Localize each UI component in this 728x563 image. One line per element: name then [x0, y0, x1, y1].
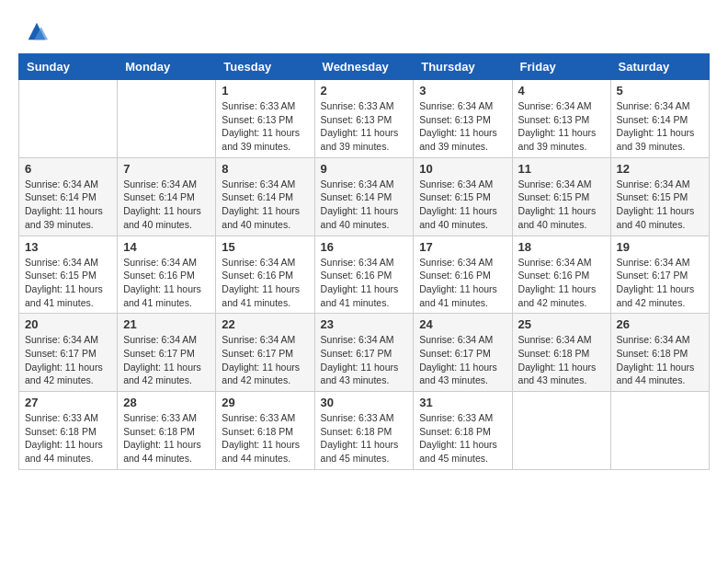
- calendar-cell: [118, 80, 216, 158]
- day-number: 12: [617, 162, 703, 176]
- calendar-cell: 2Sunrise: 6:33 AM Sunset: 6:13 PM Daylig…: [314, 80, 414, 158]
- day-number: 4: [518, 84, 605, 98]
- day-info: Sunrise: 6:34 AM Sunset: 6:17 PM Dayligh…: [222, 333, 308, 387]
- calendar-cell: 14Sunrise: 6:34 AM Sunset: 6:16 PM Dayli…: [118, 236, 216, 314]
- day-info: Sunrise: 6:34 AM Sunset: 6:17 PM Dayligh…: [123, 333, 210, 387]
- day-number: 29: [222, 396, 308, 409]
- day-number: 20: [25, 317, 111, 331]
- day-number: 21: [123, 317, 210, 331]
- day-info: Sunrise: 6:34 AM Sunset: 6:16 PM Dayligh…: [222, 256, 308, 310]
- day-info: Sunrise: 6:34 AM Sunset: 6:17 PM Dayligh…: [419, 333, 506, 387]
- calendar-cell: 10Sunrise: 6:34 AM Sunset: 6:15 PM Dayli…: [414, 157, 512, 236]
- calendar-cell: 13Sunrise: 6:34 AM Sunset: 6:15 PM Dayli…: [19, 236, 118, 314]
- calendar-cell: 31Sunrise: 6:33 AM Sunset: 6:18 PM Dayli…: [414, 392, 512, 470]
- calendar-cell: [19, 80, 118, 158]
- column-header-thursday: Thursday: [414, 54, 512, 80]
- day-number: 13: [25, 240, 111, 254]
- calendar-cell: 3Sunrise: 6:34 AM Sunset: 6:13 PM Daylig…: [414, 80, 512, 158]
- day-info: Sunrise: 6:34 AM Sunset: 6:16 PM Dayligh…: [518, 256, 605, 310]
- calendar-cell: 27Sunrise: 6:33 AM Sunset: 6:18 PM Dayli…: [19, 392, 118, 470]
- day-number: 11: [518, 162, 605, 176]
- day-info: Sunrise: 6:34 AM Sunset: 6:17 PM Dayligh…: [617, 256, 703, 310]
- day-info: Sunrise: 6:34 AM Sunset: 6:14 PM Dayligh…: [222, 178, 308, 232]
- day-info: Sunrise: 6:34 AM Sunset: 6:17 PM Dayligh…: [321, 333, 408, 387]
- day-number: 2: [321, 84, 408, 98]
- day-number: 8: [222, 162, 308, 176]
- day-number: 18: [518, 240, 605, 254]
- column-header-saturday: Saturday: [610, 54, 709, 80]
- day-info: Sunrise: 6:33 AM Sunset: 6:13 PM Dayligh…: [222, 99, 308, 154]
- day-info: Sunrise: 6:34 AM Sunset: 6:14 PM Dayligh…: [617, 99, 703, 154]
- day-info: Sunrise: 6:34 AM Sunset: 6:18 PM Dayligh…: [518, 333, 605, 387]
- day-number: 14: [123, 240, 210, 254]
- day-number: 22: [222, 317, 308, 331]
- calendar-cell: 9Sunrise: 6:34 AM Sunset: 6:14 PM Daylig…: [314, 157, 414, 236]
- day-info: Sunrise: 6:34 AM Sunset: 6:15 PM Dayligh…: [419, 178, 506, 232]
- day-info: Sunrise: 6:34 AM Sunset: 6:17 PM Dayligh…: [25, 333, 111, 387]
- calendar-cell: 6Sunrise: 6:34 AM Sunset: 6:14 PM Daylig…: [19, 157, 118, 236]
- day-info: Sunrise: 6:34 AM Sunset: 6:18 PM Dayligh…: [617, 333, 703, 387]
- day-number: 26: [617, 317, 703, 331]
- day-number: 15: [222, 240, 308, 254]
- day-info: Sunrise: 6:34 AM Sunset: 6:13 PM Dayligh…: [518, 99, 605, 154]
- day-number: 27: [25, 396, 111, 409]
- column-header-friday: Friday: [512, 54, 610, 80]
- logo: [18, 18, 50, 44]
- column-header-monday: Monday: [118, 54, 216, 80]
- calendar-week-row: 13Sunrise: 6:34 AM Sunset: 6:15 PM Dayli…: [19, 236, 710, 314]
- calendar-week-row: 6Sunrise: 6:34 AM Sunset: 6:14 PM Daylig…: [19, 157, 710, 236]
- header: [18, 18, 710, 44]
- day-number: 7: [123, 162, 210, 176]
- day-info: Sunrise: 6:33 AM Sunset: 6:18 PM Dayligh…: [222, 411, 308, 465]
- day-info: Sunrise: 6:33 AM Sunset: 6:13 PM Dayligh…: [321, 99, 408, 154]
- calendar-cell: 22Sunrise: 6:34 AM Sunset: 6:17 PM Dayli…: [216, 314, 314, 392]
- logo-icon: [24, 18, 50, 44]
- column-header-wednesday: Wednesday: [314, 54, 414, 80]
- day-number: 17: [419, 240, 506, 254]
- day-info: Sunrise: 6:34 AM Sunset: 6:16 PM Dayligh…: [321, 256, 408, 310]
- day-number: 10: [419, 162, 506, 176]
- day-number: 3: [419, 84, 506, 98]
- day-info: Sunrise: 6:34 AM Sunset: 6:15 PM Dayligh…: [617, 178, 703, 232]
- calendar-cell: 24Sunrise: 6:34 AM Sunset: 6:17 PM Dayli…: [414, 314, 512, 392]
- calendar-cell: 19Sunrise: 6:34 AM Sunset: 6:17 PM Dayli…: [610, 236, 709, 314]
- calendar-cell: 12Sunrise: 6:34 AM Sunset: 6:15 PM Dayli…: [610, 157, 709, 236]
- calendar-week-row: 1Sunrise: 6:33 AM Sunset: 6:13 PM Daylig…: [19, 80, 710, 158]
- calendar-cell: 16Sunrise: 6:34 AM Sunset: 6:16 PM Dayli…: [314, 236, 414, 314]
- calendar-cell: 21Sunrise: 6:34 AM Sunset: 6:17 PM Dayli…: [118, 314, 216, 392]
- calendar-cell: 20Sunrise: 6:34 AM Sunset: 6:17 PM Dayli…: [19, 314, 118, 392]
- day-info: Sunrise: 6:33 AM Sunset: 6:18 PM Dayligh…: [25, 411, 111, 465]
- calendar-week-row: 20Sunrise: 6:34 AM Sunset: 6:17 PM Dayli…: [19, 314, 710, 392]
- day-number: 23: [321, 317, 408, 331]
- day-number: 31: [419, 396, 506, 409]
- calendar-cell: 5Sunrise: 6:34 AM Sunset: 6:14 PM Daylig…: [610, 80, 709, 158]
- day-number: 30: [321, 396, 408, 409]
- calendar-cell: 25Sunrise: 6:34 AM Sunset: 6:18 PM Dayli…: [512, 314, 610, 392]
- day-number: 6: [25, 162, 111, 176]
- day-info: Sunrise: 6:33 AM Sunset: 6:18 PM Dayligh…: [419, 411, 506, 465]
- day-number: 9: [321, 162, 408, 176]
- calendar-cell: 4Sunrise: 6:34 AM Sunset: 6:13 PM Daylig…: [512, 80, 610, 158]
- calendar-cell: 7Sunrise: 6:34 AM Sunset: 6:14 PM Daylig…: [118, 157, 216, 236]
- calendar-cell: 28Sunrise: 6:33 AM Sunset: 6:18 PM Dayli…: [118, 392, 216, 470]
- day-number: 28: [123, 396, 210, 409]
- column-header-tuesday: Tuesday: [216, 54, 314, 80]
- day-info: Sunrise: 6:33 AM Sunset: 6:18 PM Dayligh…: [123, 411, 210, 465]
- column-header-sunday: Sunday: [19, 54, 118, 80]
- calendar-table: SundayMondayTuesdayWednesdayThursdayFrid…: [18, 53, 710, 470]
- day-info: Sunrise: 6:34 AM Sunset: 6:16 PM Dayligh…: [419, 256, 506, 310]
- calendar-header-row: SundayMondayTuesdayWednesdayThursdayFrid…: [19, 54, 710, 80]
- day-number: 24: [419, 317, 506, 331]
- day-number: 5: [617, 84, 703, 98]
- day-info: Sunrise: 6:34 AM Sunset: 6:15 PM Dayligh…: [25, 256, 111, 310]
- day-number: 19: [617, 240, 703, 254]
- calendar-cell: 29Sunrise: 6:33 AM Sunset: 6:18 PM Dayli…: [216, 392, 314, 470]
- calendar-cell: 11Sunrise: 6:34 AM Sunset: 6:15 PM Dayli…: [512, 157, 610, 236]
- calendar-cell: 30Sunrise: 6:33 AM Sunset: 6:18 PM Dayli…: [314, 392, 414, 470]
- day-number: 25: [518, 317, 605, 331]
- calendar-cell: 8Sunrise: 6:34 AM Sunset: 6:14 PM Daylig…: [216, 157, 314, 236]
- calendar-cell: 15Sunrise: 6:34 AM Sunset: 6:16 PM Dayli…: [216, 236, 314, 314]
- calendar-cell: 17Sunrise: 6:34 AM Sunset: 6:16 PM Dayli…: [414, 236, 512, 314]
- day-info: Sunrise: 6:34 AM Sunset: 6:14 PM Dayligh…: [25, 178, 111, 232]
- calendar-cell: 26Sunrise: 6:34 AM Sunset: 6:18 PM Dayli…: [610, 314, 709, 392]
